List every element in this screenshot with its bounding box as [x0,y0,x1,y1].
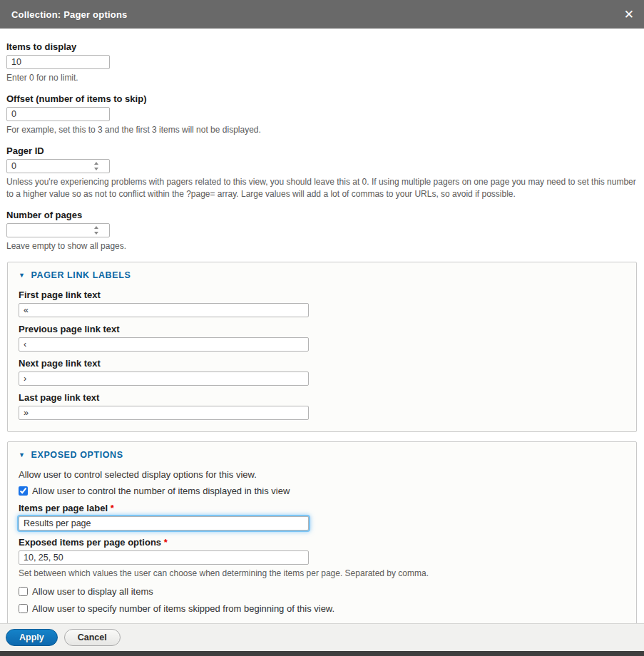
items-per-page-label-label: Items per page label * [19,503,625,513]
collapse-arrow-icon: ▼ [19,272,26,279]
display-all-checkbox-label: Allow user to display all items [32,586,153,597]
items-to-display-label: Items to display [6,41,637,52]
fieldset-pager-link-labels: ▼ PAGER LINK LABELS First page link text… [7,262,637,432]
items-to-display-input[interactable] [6,55,110,69]
form-item-first-page-link: First page link text [19,289,625,317]
fieldset-legend-text: EXPOSED OPTIONS [31,450,123,460]
page-background-bar [0,651,644,656]
next-page-link-label: Next page link text [19,358,625,369]
fieldset-exposed-options-legend[interactable]: ▼ EXPOSED OPTIONS [19,450,625,460]
pager-id-label: Pager ID [6,145,637,156]
apply-button[interactable]: Apply [6,629,58,646]
exposed-items-options-description: Set between which values the user can ch… [19,568,625,580]
form-item-next-page-link: Next page link text [19,358,625,386]
form-item-previous-page-link: Previous page link text [19,324,625,352]
control-items-checkbox[interactable] [19,486,28,496]
first-page-link-input[interactable] [19,303,309,317]
label-text: Exposed items per page options [19,537,161,548]
number-of-pages-description: Leave empty to show all pages. [6,240,637,252]
number-of-pages-label: Number of pages [6,210,637,220]
pager-id-description: Unless you're experiencing problems with… [6,176,637,200]
checkbox-row-control-items: Allow user to control the number of item… [19,486,625,496]
form-item-items-per-page-label: Items per page label * [19,503,625,531]
previous-page-link-input[interactable] [19,337,309,352]
form-item-number-of-pages: Number of pages Leave empty to show all … [6,210,637,252]
specify-skipped-checkbox-label: Allow user to specify number of items sk… [32,603,334,614]
number-spinner-icon[interactable] [93,162,98,170]
required-marker: * [164,537,168,548]
last-page-link-input[interactable] [19,406,309,420]
form-item-items-to-display: Items to display Enter 0 for no limit. [6,41,637,84]
form-item-last-page-link: Last page link text [19,392,625,420]
form-item-pager-id: Pager ID Unless you're experiencing prob… [6,145,637,200]
cancel-button[interactable]: Cancel [64,629,121,646]
close-icon[interactable]: ✕ [624,9,634,21]
form-item-offset: Offset (number of items to skip) For exa… [6,93,637,136]
specify-skipped-checkbox[interactable] [19,604,28,613]
offset-description: For example, set this to 3 and the first… [6,124,637,136]
checkbox-row-specify-skipped: Allow user to specify number of items sk… [19,603,625,614]
label-text: Items per page label [19,503,108,513]
fieldset-exposed-options: ▼ EXPOSED OPTIONS Allow user to control … [7,441,637,623]
exposed-items-options-input[interactable] [19,550,309,565]
form-item-exposed-items-options: Exposed items per page options * Set bet… [19,537,625,580]
control-items-checkbox-label: Allow user to control the number of item… [32,486,290,496]
items-per-page-label-input[interactable] [19,516,309,531]
items-to-display-description: Enter 0 for no limit. [6,72,637,84]
display-all-checkbox[interactable] [19,587,28,596]
first-page-link-label: First page link text [19,289,625,300]
fieldset-legend-text: PAGER LINK LABELS [31,270,131,280]
exposed-options-description: Allow user to control selected display o… [19,469,625,480]
next-page-link-input[interactable] [19,371,309,386]
dialog-title: Collection: Pager options [11,9,127,20]
required-marker: * [111,503,114,513]
offset-input[interactable] [6,107,110,121]
fieldset-pager-link-labels-legend[interactable]: ▼ PAGER LINK LABELS [19,270,625,280]
previous-page-link-label: Previous page link text [19,324,625,334]
number-spinner-icon[interactable] [93,226,98,235]
dialog-content: Items to display Enter 0 for no limit. O… [0,29,644,623]
exposed-items-options-label: Exposed items per page options * [19,537,625,548]
checkbox-row-display-all: Allow user to display all items [19,586,625,597]
offset-label: Offset (number of items to skip) [6,93,637,104]
dialog-footer: Apply Cancel [0,623,644,651]
last-page-link-label: Last page link text [19,392,625,403]
dialog-header: Collection: Pager options ✕ [0,0,644,29]
collapse-arrow-icon: ▼ [19,452,26,458]
